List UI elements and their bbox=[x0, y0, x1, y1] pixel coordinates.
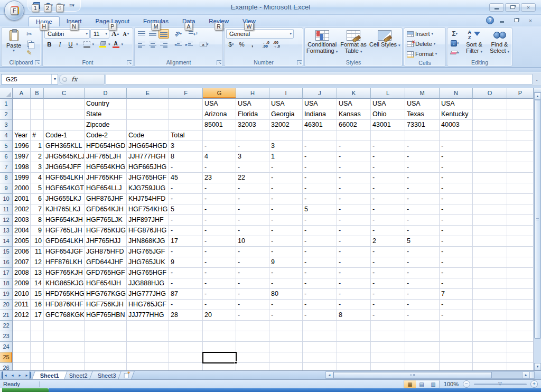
cell-B24[interactable] bbox=[31, 342, 44, 352]
vertical-scrollbar[interactable]: ▴ ▾ bbox=[534, 88, 541, 370]
cell-D12[interactable]: HGF765LJK bbox=[85, 215, 127, 226]
cell-P3[interactable] bbox=[507, 120, 534, 130]
cell-B7[interactable]: 3 bbox=[31, 162, 44, 173]
row-header-24[interactable]: 24 bbox=[0, 342, 13, 352]
cell-H21[interactable]: - bbox=[236, 310, 269, 321]
cell-L16[interactable]: - bbox=[371, 257, 405, 268]
cell-L20[interactable]: - bbox=[371, 300, 405, 310]
row-header-1[interactable]: 1 bbox=[0, 99, 13, 109]
cell-E9[interactable]: KJG759JUG bbox=[127, 183, 169, 194]
cell-N17[interactable]: - bbox=[440, 268, 473, 278]
row-header-6[interactable]: 6 bbox=[0, 152, 13, 162]
column-header-E[interactable]: E bbox=[127, 88, 169, 99]
cell-L10[interactable]: - bbox=[371, 194, 405, 204]
orientation-button[interactable]: ab▾ bbox=[173, 29, 183, 39]
cell-G15[interactable]: - bbox=[203, 247, 236, 257]
cell-K25[interactable] bbox=[337, 352, 371, 363]
cell-F16[interactable]: 9 bbox=[169, 257, 203, 268]
decrease-decimal-button[interactable]: .00→.0 bbox=[272, 40, 282, 49]
cell-J20[interactable]: - bbox=[303, 300, 337, 310]
cell-J15[interactable]: - bbox=[303, 247, 337, 257]
cell-J9[interactable]: - bbox=[303, 183, 337, 194]
cell-M25[interactable] bbox=[405, 352, 440, 363]
cell-A18[interactable]: 2009 bbox=[13, 278, 31, 289]
column-header-G[interactable]: G bbox=[203, 88, 236, 99]
cell-I12[interactable]: - bbox=[269, 215, 303, 226]
cell-F4[interactable]: Total bbox=[169, 130, 203, 141]
cell-A3[interactable] bbox=[13, 120, 31, 130]
cell-J6[interactable]: - bbox=[303, 152, 337, 162]
cell-H1[interactable]: USA bbox=[236, 99, 269, 109]
cell-N12[interactable]: - bbox=[440, 215, 473, 226]
cell-L1[interactable]: USA bbox=[371, 99, 405, 109]
font-color-button[interactable]: A bbox=[111, 40, 121, 49]
clipboard-dialog-launcher[interactable]: ↘ bbox=[35, 60, 40, 65]
cell-O14[interactable] bbox=[473, 236, 507, 247]
cell-D2[interactable]: State bbox=[85, 109, 127, 120]
cell-B6[interactable]: 2 bbox=[31, 152, 44, 162]
cell-C1[interactable] bbox=[44, 99, 85, 109]
cell-G19[interactable]: - bbox=[203, 289, 236, 300]
previous-sheet-button[interactable]: ◂ bbox=[9, 371, 16, 379]
cell-F11[interactable]: 5 bbox=[169, 204, 203, 215]
comma-style-button[interactable]: , bbox=[247, 40, 257, 49]
cell-O5[interactable] bbox=[473, 141, 507, 152]
autosum-button[interactable]: Σ▾ bbox=[449, 29, 461, 38]
cell-P15[interactable] bbox=[507, 247, 534, 257]
cell-M12[interactable]: - bbox=[405, 215, 440, 226]
cell-B1[interactable] bbox=[31, 99, 44, 109]
cell-N22[interactable] bbox=[440, 321, 473, 331]
cell-O18[interactable] bbox=[473, 278, 507, 289]
scroll-right-button[interactable]: ▸ bbox=[522, 372, 529, 378]
cell-N26[interactable] bbox=[440, 363, 473, 370]
cell-C2[interactable] bbox=[44, 109, 85, 120]
align-center-button[interactable] bbox=[147, 40, 158, 49]
font-dialog-launcher[interactable]: ↘ bbox=[127, 60, 132, 65]
workbook-minimize-button[interactable] bbox=[496, 17, 508, 24]
cell-G10[interactable]: - bbox=[203, 194, 236, 204]
vertical-scroll-track[interactable] bbox=[534, 339, 541, 363]
cell-B4[interactable]: # bbox=[31, 130, 44, 141]
cell-D1[interactable]: Country bbox=[85, 99, 127, 109]
cell-C10[interactable]: JHG655LKJ bbox=[44, 194, 85, 204]
cell-B5[interactable]: 1 bbox=[31, 141, 44, 152]
cell-A11[interactable]: 2002 bbox=[13, 204, 31, 215]
cell-M11[interactable]: - bbox=[405, 204, 440, 215]
cell-A7[interactable]: 1998 bbox=[13, 162, 31, 173]
cell-F17[interactable]: - bbox=[169, 268, 203, 278]
cell-C15[interactable]: HGF654JGF bbox=[44, 247, 85, 257]
cell-A19[interactable]: 2010 bbox=[13, 289, 31, 300]
cell-M5[interactable]: - bbox=[405, 141, 440, 152]
cell-K22[interactable] bbox=[337, 321, 371, 331]
cell-K6[interactable]: - bbox=[337, 152, 371, 162]
cell-J21[interactable]: - bbox=[303, 310, 337, 321]
cell-G17[interactable]: - bbox=[203, 268, 236, 278]
cell-F14[interactable]: 17 bbox=[169, 236, 203, 247]
cell-D18[interactable]: HGF654IJH bbox=[85, 278, 127, 289]
increase-indent-button[interactable]: ▸ bbox=[184, 40, 194, 49]
cell-O17[interactable] bbox=[473, 268, 507, 278]
cell-O24[interactable] bbox=[473, 342, 507, 352]
cell-F13[interactable]: - bbox=[169, 226, 203, 236]
cell-O23[interactable] bbox=[473, 331, 507, 342]
last-sheet-button[interactable]: ▸ bbox=[24, 371, 31, 379]
cell-H10[interactable]: - bbox=[236, 194, 269, 204]
format-button[interactable]: Format▾ bbox=[406, 49, 444, 59]
cell-D26[interactable] bbox=[85, 363, 127, 370]
cell-K23[interactable] bbox=[337, 331, 371, 342]
cell-N8[interactable]: - bbox=[440, 173, 473, 183]
cell-H19[interactable]: - bbox=[236, 289, 269, 300]
cell-N3[interactable]: 40003 bbox=[440, 120, 473, 130]
cell-N13[interactable]: - bbox=[440, 226, 473, 236]
cell-P8[interactable] bbox=[507, 173, 534, 183]
insert-worksheet-button[interactable] bbox=[118, 371, 135, 379]
column-header-D[interactable]: D bbox=[85, 88, 127, 99]
cell-F3[interactable] bbox=[169, 120, 203, 130]
cell-H2[interactable]: Florida bbox=[236, 109, 269, 120]
cell-E15[interactable]: JHG765JGF bbox=[127, 247, 169, 257]
workbook-restore-button[interactable] bbox=[510, 17, 523, 24]
cell-G12[interactable]: - bbox=[203, 215, 236, 226]
cell-B23[interactable] bbox=[31, 331, 44, 342]
cell-J14[interactable]: - bbox=[303, 236, 337, 247]
cell-D22[interactable] bbox=[85, 321, 127, 331]
